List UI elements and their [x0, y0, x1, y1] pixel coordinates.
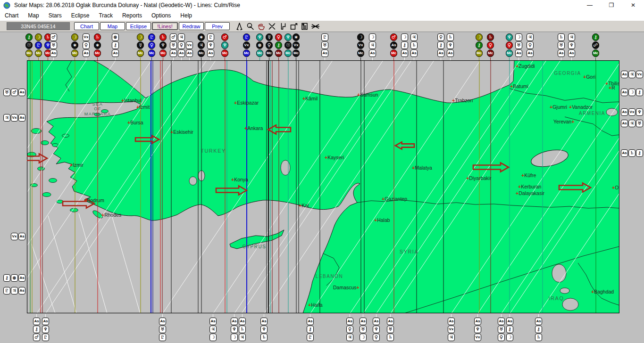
glyph-♇: ♇: [307, 334, 314, 341]
glyph-As: As: [231, 318, 238, 325]
planet-line-marker: ☽♅As: [515, 33, 522, 60]
glyph-As: As: [18, 89, 25, 96]
planet-line-marker: As⚷♄: [535, 314, 542, 341]
planet-line-marker: ☽♃As: [369, 33, 376, 60]
planet-line-marker: As♅♇: [159, 314, 166, 341]
city-label: +Malatya: [412, 165, 432, 171]
lines-off-icon[interactable]: [310, 22, 320, 31]
planet-line-marker: ♄♅As: [558, 33, 565, 60]
planet-line-marker: As♄⚷: [621, 149, 643, 157]
glyph-⚷: ⚷: [506, 326, 513, 333]
planet-line-marker: ♄∗Mc: [94, 33, 101, 60]
glyph-♀: ♀: [346, 326, 353, 333]
pan-hand-icon[interactable]: [256, 22, 266, 31]
glyph-♃: ♃: [568, 33, 575, 41]
glyph-☉: ☉: [284, 41, 292, 49]
planet-line-marker: As♆♇: [42, 314, 49, 341]
planet-line-marker: ♄♆As: [447, 33, 454, 60]
toolbar-button-prev[interactable]: Prev: [205, 22, 230, 30]
glyph-♀: ♀: [498, 334, 505, 341]
map-area[interactable]: +Istanbul+Izmit+Bursa+Eskisehir+Eskipaza…: [27, 60, 619, 313]
maximize-button[interactable]: ❐: [601, 0, 622, 10]
glyph-Mc: Mc: [275, 49, 282, 57]
glyph-☽: ☽: [360, 334, 367, 341]
glyph-As: As: [621, 89, 628, 96]
glyph-☽: ☽: [209, 334, 217, 341]
glyph-☽: ☽: [628, 89, 636, 96]
glyph-♇: ♇: [159, 334, 166, 341]
glyph-♃: ♃: [527, 33, 534, 41]
glyph-As: As: [401, 49, 408, 57]
menu-track[interactable]: Track: [94, 10, 117, 21]
glyph-☉: ☉: [25, 41, 33, 49]
map-canvas[interactable]: +Istanbul+Izmit+Bursa+Eskisehir+Eskipaza…: [27, 60, 619, 313]
planet-line-marker: As⚷♂: [33, 314, 40, 341]
glyph-As: As: [390, 41, 397, 49]
glyph-♅: ♅: [159, 326, 166, 333]
glyph-♄: ♄: [94, 33, 101, 41]
city-label: +Bursa: [127, 120, 143, 125]
glyph-As: As: [112, 49, 119, 57]
toolbar-button-chart[interactable]: Chart: [74, 22, 99, 30]
glyph-Mc: Mc: [159, 49, 167, 57]
toolbar-button-redraw[interactable]: Redraw: [179, 22, 204, 30]
glyph-⊗: ⊗: [256, 41, 263, 49]
planet-line-marker: ☽⚷As: [401, 33, 408, 60]
divider-tool-icon[interactable]: [234, 22, 244, 31]
toolbar-button-map[interactable]: Map: [100, 22, 125, 30]
glyph-♅: ♅: [515, 41, 522, 49]
region-label: IRAQ: [549, 295, 564, 301]
menu-eclipse[interactable]: Eclipse: [67, 10, 94, 21]
glyph-♆: ♆: [256, 33, 263, 41]
planet-line-marker: ☽♇Mc: [35, 33, 42, 60]
glyph-♄: ♄: [487, 33, 494, 41]
glyph-♂: ♂: [170, 33, 177, 41]
glyph-♃: ♃: [410, 33, 418, 41]
info-tool-icon[interactable]: [299, 22, 309, 31]
city-label: Damascus+: [333, 285, 360, 290]
glyph-♄: ♄: [447, 33, 454, 41]
clip-tool-icon[interactable]: [277, 22, 288, 31]
city-label: +Halab: [374, 217, 390, 223]
region-label: ARMENIA: [579, 111, 605, 116]
glyph-♅: ♅: [360, 326, 367, 333]
glyph-As: As: [448, 318, 455, 325]
glyph-♄: ♄: [260, 334, 268, 341]
glyph-♄: ♄: [239, 326, 246, 333]
menu-stars[interactable]: Stars: [44, 10, 67, 21]
toolbar-button-eclipse[interactable]: Eclipse: [126, 22, 151, 30]
minimize-button[interactable]: —: [579, 0, 601, 10]
rotate-tool-icon[interactable]: [267, 22, 277, 31]
glyph-Vx: Vx: [628, 108, 636, 116]
glyph-As: As: [260, 318, 268, 325]
planet-line-marker: ♇♆As: [207, 33, 214, 60]
glyph-Mc: Mc: [357, 49, 364, 57]
glyph-Mc: Mc: [137, 49, 144, 57]
glyph-Mc: Mc: [592, 49, 599, 57]
glyph-Vx: Vx: [11, 114, 18, 122]
glyph-As: As: [207, 49, 214, 57]
glyph-♀: ♀: [373, 334, 380, 341]
menu-help[interactable]: Help: [176, 10, 197, 21]
glyph-Vx: Vx: [474, 334, 481, 341]
toolbar-button-lines[interactable]: !Lines!: [152, 22, 178, 30]
planet-line-marker: As♃♅: [621, 120, 643, 127]
glyph-As: As: [18, 274, 25, 282]
glyph-♀: ♀: [83, 41, 90, 49]
glyph-⚷: ⚷: [112, 41, 119, 49]
glyph-As: As: [527, 49, 534, 57]
glyph-♆: ♆: [474, 326, 481, 333]
zoom-tool-icon[interactable]: [245, 22, 255, 31]
glyph-⚷: ⚷: [636, 149, 643, 157]
glyph-♆: ♆: [159, 41, 167, 49]
menu-options[interactable]: Options: [147, 10, 176, 21]
planet-line-marker: VxAs: [186, 41, 193, 60]
glyph-♀: ♀: [506, 41, 513, 49]
menu-reports[interactable]: Reports: [117, 10, 147, 21]
glyph-☽: ☽: [137, 33, 144, 41]
glyph-Mc: Mc: [487, 49, 494, 57]
glyph-As: As: [558, 49, 565, 57]
glyph-♅: ♅: [558, 41, 565, 49]
crosshair-tool-icon[interactable]: [288, 22, 299, 31]
glyph-Vx: Vx: [357, 41, 364, 49]
